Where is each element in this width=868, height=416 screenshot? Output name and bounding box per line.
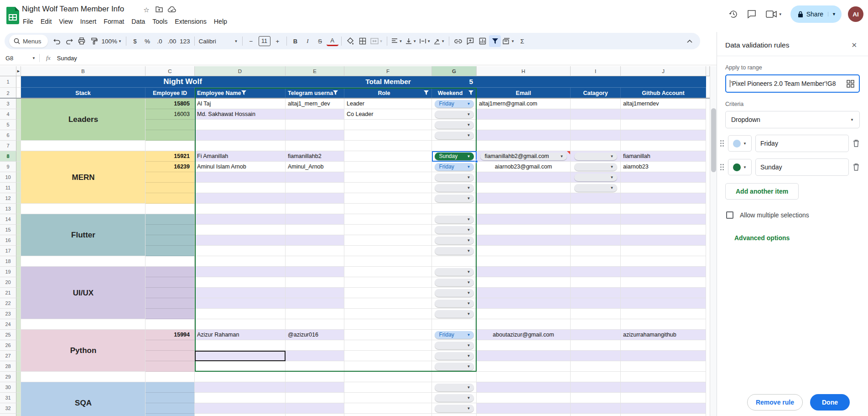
menu-tools[interactable]: Tools xyxy=(149,16,171,26)
text-rotation-icon[interactable]: ▼ xyxy=(432,35,446,47)
cell-F12[interactable] xyxy=(344,193,432,204)
fill-color-icon[interactable] xyxy=(344,35,356,47)
horizontal-align-icon[interactable]: ▼ xyxy=(390,35,404,47)
cell-J5[interactable] xyxy=(621,120,706,130)
insert-chart-icon[interactable] xyxy=(477,35,489,47)
cell-F18[interactable] xyxy=(344,256,432,267)
font-size-input[interactable]: 11 xyxy=(259,36,270,46)
cell-B6[interactable] xyxy=(21,130,146,141)
cell-A28[interactable] xyxy=(16,361,21,372)
increase-decimal-button[interactable]: .00 xyxy=(166,35,178,47)
cell-C29[interactable] xyxy=(146,372,195,382)
cell-F8[interactable] xyxy=(344,151,432,162)
cell-A10[interactable] xyxy=(16,172,21,183)
cell-G14[interactable]: ▼ xyxy=(432,214,477,225)
cell-E23[interactable] xyxy=(286,309,344,319)
menu-help[interactable]: Help xyxy=(210,16,231,26)
cell-G12[interactable]: ▼ xyxy=(432,193,477,204)
cell-I18[interactable] xyxy=(571,256,621,267)
weekend-dropdown-chip[interactable]: ▼ xyxy=(435,121,474,129)
cell-B14[interactable] xyxy=(21,214,146,225)
cell-E31[interactable] xyxy=(286,393,344,403)
row-header-5[interactable]: 5 xyxy=(0,120,16,130)
cell-C22[interactable] xyxy=(146,298,195,309)
row-header-33[interactable]: 33 xyxy=(0,414,16,416)
cell-J7[interactable] xyxy=(621,141,706,151)
cell-E24[interactable] xyxy=(286,319,344,330)
table-header-email[interactable]: Email xyxy=(477,88,571,99)
hide-menus-icon[interactable] xyxy=(684,35,696,47)
cell-E4[interactable] xyxy=(286,109,344,120)
cell-C23[interactable] xyxy=(146,309,195,319)
cell-A22[interactable] xyxy=(16,298,21,309)
cell-E13[interactable] xyxy=(286,204,344,214)
cell-B30[interactable] xyxy=(21,382,146,393)
cell-B16[interactable] xyxy=(21,235,146,246)
cell-B3[interactable] xyxy=(21,99,146,109)
row-header-8[interactable]: 8 xyxy=(0,151,16,162)
cell-B5[interactable] xyxy=(21,120,146,130)
column-header-G[interactable]: G xyxy=(432,66,477,76)
menu-file[interactable]: File xyxy=(19,16,37,26)
cell-G20[interactable]: ▼ xyxy=(432,277,477,288)
cell-C32[interactable] xyxy=(146,403,195,414)
cell-B29[interactable] xyxy=(21,372,146,382)
cell-G11[interactable]: ▼ xyxy=(432,183,477,193)
row-header-13[interactable]: 13 xyxy=(0,204,16,214)
cell-D18[interactable] xyxy=(195,256,286,267)
cell-E18[interactable] xyxy=(286,256,344,267)
select-range-icon[interactable] xyxy=(847,80,854,88)
cell-H32[interactable] xyxy=(477,403,571,414)
cell-G15[interactable]: ▼ xyxy=(432,225,477,235)
category-dropdown-chip[interactable]: ▼ xyxy=(574,163,617,171)
cell-I32[interactable] xyxy=(571,403,621,414)
cell-E14[interactable] xyxy=(286,214,344,225)
font-select[interactable]: Calibri▼ xyxy=(198,35,239,47)
cell-A11[interactable] xyxy=(16,183,21,193)
cell-J26[interactable] xyxy=(621,340,706,351)
cell-F9[interactable] xyxy=(344,162,432,172)
cell-D28[interactable] xyxy=(195,361,286,372)
cell-B4[interactable] xyxy=(21,109,146,120)
cell-B18[interactable] xyxy=(21,256,146,267)
cell-F17[interactable] xyxy=(344,246,432,256)
cell-J16[interactable] xyxy=(621,235,706,246)
cell-C16[interactable] xyxy=(146,235,195,246)
column-header-I[interactable]: I xyxy=(571,66,621,76)
cell-I27[interactable] xyxy=(571,351,621,361)
cell-G7[interactable] xyxy=(432,141,477,151)
paint-format-icon[interactable] xyxy=(88,35,100,47)
cell-C12[interactable] xyxy=(146,193,195,204)
category-dropdown-chip[interactable]: ▼ xyxy=(574,153,617,160)
cell-C4[interactable]: 16003 xyxy=(146,109,195,120)
decrease-decimal-button[interactable]: .0 xyxy=(154,35,166,47)
insert-comment-icon[interactable] xyxy=(464,35,476,47)
cell-H11[interactable] xyxy=(477,183,571,193)
cell-H26[interactable] xyxy=(477,340,571,351)
table-header-employee-name[interactable]: Employee Name xyxy=(195,88,286,99)
cell-B26[interactable] xyxy=(21,340,146,351)
cell-D30[interactable] xyxy=(195,382,286,393)
cell-A21[interactable] xyxy=(16,288,21,298)
hidden-column-indicator[interactable]: ▶ xyxy=(16,66,21,76)
cell-A4[interactable] xyxy=(16,109,21,120)
cell-D12[interactable] xyxy=(195,193,286,204)
cell-E19[interactable] xyxy=(286,267,344,277)
cell-J31[interactable] xyxy=(621,393,706,403)
cell-B12[interactable] xyxy=(21,193,146,204)
weekend-dropdown-chip[interactable]: Friday▼ xyxy=(435,331,474,339)
column-header-J[interactable]: J xyxy=(621,66,706,76)
table-header-github-account[interactable]: Github Account xyxy=(621,88,706,99)
cell-I4[interactable] xyxy=(571,109,621,120)
criteria-select[interactable]: Dropdown▼ xyxy=(725,111,860,128)
cell-C3[interactable]: 15805 xyxy=(146,99,195,109)
cell-F21[interactable] xyxy=(344,288,432,298)
cell-E30[interactable] xyxy=(286,382,344,393)
star-icon[interactable]: ☆ xyxy=(142,6,151,14)
scrollbar-thumb[interactable] xyxy=(711,108,716,172)
cell-F16[interactable] xyxy=(344,235,432,246)
cell-H28[interactable] xyxy=(477,361,571,372)
cell-F31[interactable] xyxy=(344,393,432,403)
item-color-picker[interactable]: ▼ xyxy=(728,135,752,152)
comments-icon[interactable] xyxy=(746,8,758,20)
